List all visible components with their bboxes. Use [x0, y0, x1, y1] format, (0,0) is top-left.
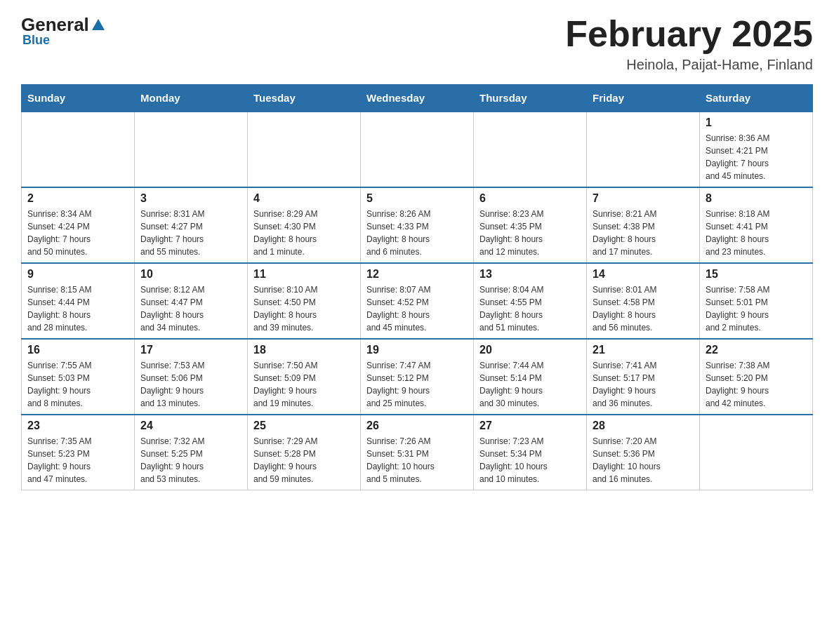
- day-number: 13: [479, 268, 581, 281]
- day-info: Sunrise: 8:12 AM Sunset: 4:47 PM Dayligh…: [140, 283, 241, 334]
- day-info: Sunrise: 8:15 AM Sunset: 4:44 PM Dayligh…: [27, 283, 128, 334]
- day-number: 11: [253, 268, 355, 281]
- calendar-cell-w4-d3: 18Sunrise: 7:50 AM Sunset: 5:09 PM Dayli…: [248, 339, 361, 415]
- day-info: Sunrise: 8:21 AM Sunset: 4:38 PM Dayligh…: [593, 208, 694, 258]
- day-info: Sunrise: 7:41 AM Sunset: 5:17 PM Dayligh…: [593, 359, 694, 410]
- day-number: 12: [366, 268, 468, 281]
- calendar-cell-w5-d7: [700, 415, 813, 490]
- day-number: 10: [140, 268, 241, 281]
- day-info: Sunrise: 7:29 AM Sunset: 5:28 PM Dayligh…: [253, 435, 355, 485]
- calendar-cell-w3-d4: 12Sunrise: 8:07 AM Sunset: 4:52 PM Dayli…: [361, 263, 474, 339]
- calendar-cell-w3-d1: 9Sunrise: 8:15 AM Sunset: 4:44 PM Daylig…: [22, 263, 135, 339]
- day-info: Sunrise: 8:04 AM Sunset: 4:55 PM Dayligh…: [479, 283, 581, 334]
- location-title: Heinola, Paijat-Hame, Finland: [565, 57, 813, 73]
- day-info: Sunrise: 8:26 AM Sunset: 4:33 PM Dayligh…: [366, 208, 468, 258]
- day-number: 22: [706, 344, 807, 356]
- col-sunday: Sunday: [22, 85, 135, 112]
- calendar-cell-w2-d5: 6Sunrise: 8:23 AM Sunset: 4:35 PM Daylig…: [474, 187, 587, 263]
- col-saturday: Saturday: [700, 85, 813, 112]
- col-monday: Monday: [135, 85, 248, 112]
- svg-marker-0: [92, 19, 105, 30]
- day-info: Sunrise: 7:55 AM Sunset: 5:03 PM Dayligh…: [27, 359, 128, 410]
- calendar-cell-w1-d5: [474, 112, 587, 187]
- col-wednesday: Wednesday: [361, 85, 474, 112]
- calendar-week-4: 16Sunrise: 7:55 AM Sunset: 5:03 PM Dayli…: [22, 339, 813, 415]
- day-info: Sunrise: 8:36 AM Sunset: 4:21 PM Dayligh…: [706, 132, 807, 182]
- calendar-cell-w3-d6: 14Sunrise: 8:01 AM Sunset: 4:58 PM Dayli…: [587, 263, 700, 339]
- calendar-cell-w4-d7: 22Sunrise: 7:38 AM Sunset: 5:20 PM Dayli…: [700, 339, 813, 415]
- day-number: 14: [593, 268, 694, 281]
- calendar-cell-w3-d3: 11Sunrise: 8:10 AM Sunset: 4:50 PM Dayli…: [248, 263, 361, 339]
- day-info: Sunrise: 8:34 AM Sunset: 4:24 PM Dayligh…: [27, 208, 128, 258]
- logo-triangle-icon: [91, 18, 106, 33]
- day-info: Sunrise: 7:50 AM Sunset: 5:09 PM Dayligh…: [253, 359, 355, 410]
- day-info: Sunrise: 8:07 AM Sunset: 4:52 PM Dayligh…: [366, 283, 468, 334]
- day-number: 8: [706, 192, 807, 205]
- day-info: Sunrise: 7:20 AM Sunset: 5:36 PM Dayligh…: [593, 435, 694, 485]
- day-number: 23: [27, 420, 128, 432]
- calendar-week-5: 23Sunrise: 7:35 AM Sunset: 5:23 PM Dayli…: [22, 415, 813, 490]
- calendar-cell-w4-d2: 17Sunrise: 7:53 AM Sunset: 5:06 PM Dayli…: [135, 339, 248, 415]
- calendar-table: Sunday Monday Tuesday Wednesday Thursday…: [21, 84, 813, 490]
- day-number: 3: [140, 192, 241, 205]
- calendar-cell-w1-d7: 1Sunrise: 8:36 AM Sunset: 4:21 PM Daylig…: [700, 112, 813, 187]
- calendar-cell-w4-d4: 19Sunrise: 7:47 AM Sunset: 5:12 PM Dayli…: [361, 339, 474, 415]
- day-number: 27: [479, 420, 581, 432]
- day-info: Sunrise: 7:53 AM Sunset: 5:06 PM Dayligh…: [140, 359, 241, 410]
- day-number: 21: [593, 344, 694, 356]
- day-number: 16: [27, 344, 128, 356]
- day-number: 5: [366, 192, 468, 205]
- day-info: Sunrise: 7:44 AM Sunset: 5:14 PM Dayligh…: [479, 359, 581, 410]
- col-tuesday: Tuesday: [248, 85, 361, 112]
- col-thursday: Thursday: [474, 85, 587, 112]
- calendar-cell-w4-d5: 20Sunrise: 7:44 AM Sunset: 5:14 PM Dayli…: [474, 339, 587, 415]
- day-number: 26: [366, 420, 468, 432]
- calendar-cell-w2-d2: 3Sunrise: 8:31 AM Sunset: 4:27 PM Daylig…: [135, 187, 248, 263]
- calendar-cell-w2-d3: 4Sunrise: 8:29 AM Sunset: 4:30 PM Daylig…: [248, 187, 361, 263]
- col-friday: Friday: [587, 85, 700, 112]
- calendar-cell-w5-d4: 26Sunrise: 7:26 AM Sunset: 5:31 PM Dayli…: [361, 415, 474, 490]
- calendar-cell-w3-d5: 13Sunrise: 8:04 AM Sunset: 4:55 PM Dayli…: [474, 263, 587, 339]
- day-number: 4: [253, 192, 355, 205]
- day-info: Sunrise: 8:10 AM Sunset: 4:50 PM Dayligh…: [253, 283, 355, 334]
- calendar-cell-w2-d6: 7Sunrise: 8:21 AM Sunset: 4:38 PM Daylig…: [587, 187, 700, 263]
- day-number: 17: [140, 344, 241, 356]
- day-number: 24: [140, 420, 241, 432]
- calendar-cell-w1-d6: [587, 112, 700, 187]
- calendar-cell-w5-d5: 27Sunrise: 7:23 AM Sunset: 5:34 PM Dayli…: [474, 415, 587, 490]
- calendar-cell-w3-d7: 15Sunrise: 7:58 AM Sunset: 5:01 PM Dayli…: [700, 263, 813, 339]
- day-info: Sunrise: 7:32 AM Sunset: 5:25 PM Dayligh…: [140, 435, 241, 485]
- day-info: Sunrise: 7:35 AM Sunset: 5:23 PM Dayligh…: [27, 435, 128, 485]
- calendar-cell-w3-d2: 10Sunrise: 8:12 AM Sunset: 4:47 PM Dayli…: [135, 263, 248, 339]
- month-title: February 2025: [565, 14, 813, 54]
- calendar-week-1: 1Sunrise: 8:36 AM Sunset: 4:21 PM Daylig…: [22, 112, 813, 187]
- calendar-cell-w5-d1: 23Sunrise: 7:35 AM Sunset: 5:23 PM Dayli…: [22, 415, 135, 490]
- calendar-cell-w2-d7: 8Sunrise: 8:18 AM Sunset: 4:41 PM Daylig…: [700, 187, 813, 263]
- day-info: Sunrise: 8:23 AM Sunset: 4:35 PM Dayligh…: [479, 208, 581, 258]
- day-number: 20: [479, 344, 581, 356]
- day-number: 19: [366, 344, 468, 356]
- day-info: Sunrise: 7:38 AM Sunset: 5:20 PM Dayligh…: [706, 359, 807, 410]
- day-info: Sunrise: 7:58 AM Sunset: 5:01 PM Dayligh…: [706, 283, 807, 334]
- logo-blue-text: Blue: [22, 33, 50, 48]
- calendar-cell-w1-d1: [22, 112, 135, 187]
- day-info: Sunrise: 8:29 AM Sunset: 4:30 PM Dayligh…: [253, 208, 355, 258]
- day-number: 2: [27, 192, 128, 205]
- calendar-cell-w1-d3: [248, 112, 361, 187]
- day-number: 18: [253, 344, 355, 356]
- day-info: Sunrise: 8:18 AM Sunset: 4:41 PM Dayligh…: [706, 208, 807, 258]
- day-number: 6: [479, 192, 581, 205]
- calendar-week-3: 9Sunrise: 8:15 AM Sunset: 4:44 PM Daylig…: [22, 263, 813, 339]
- logo: General Blue: [21, 14, 107, 48]
- header: General Blue February 2025 Heinola, Paij…: [21, 14, 813, 73]
- day-number: 25: [253, 420, 355, 432]
- day-number: 28: [593, 420, 694, 432]
- day-number: 15: [706, 268, 807, 281]
- calendar-cell-w2-d4: 5Sunrise: 8:26 AM Sunset: 4:33 PM Daylig…: [361, 187, 474, 263]
- calendar-cell-w5-d3: 25Sunrise: 7:29 AM Sunset: 5:28 PM Dayli…: [248, 415, 361, 490]
- calendar-cell-w1-d2: [135, 112, 248, 187]
- day-info: Sunrise: 7:47 AM Sunset: 5:12 PM Dayligh…: [366, 359, 468, 410]
- calendar-cell-w5-d6: 28Sunrise: 7:20 AM Sunset: 5:36 PM Dayli…: [587, 415, 700, 490]
- calendar-cell-w4-d1: 16Sunrise: 7:55 AM Sunset: 5:03 PM Dayli…: [22, 339, 135, 415]
- day-info: Sunrise: 7:23 AM Sunset: 5:34 PM Dayligh…: [479, 435, 581, 485]
